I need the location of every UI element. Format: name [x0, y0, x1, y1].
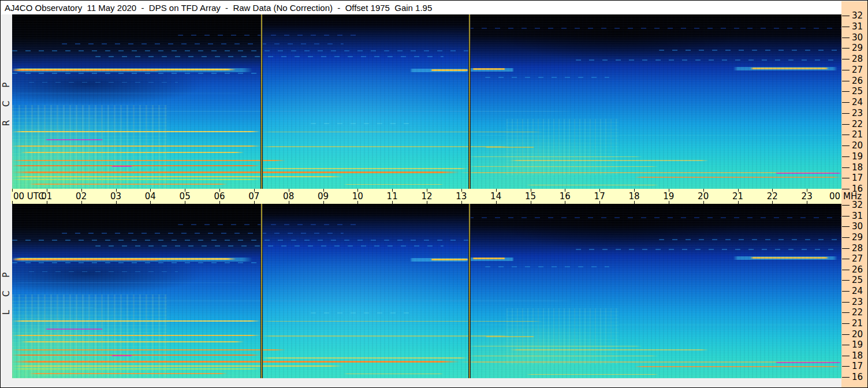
- freq-label: 26: [852, 76, 863, 86]
- rfi-streak: [12, 187, 841, 188]
- freq-label: 17: [852, 173, 863, 183]
- freq-label: 27: [852, 65, 863, 75]
- rfi-streak: [12, 300, 576, 301]
- rfi-streak: [12, 118, 95, 119]
- hour-label: 14: [490, 191, 501, 202]
- lcp-block-2: [262, 204, 470, 378]
- freq-label: 19: [852, 339, 863, 350]
- freq-tick: [842, 237, 850, 238]
- rfi-streak: [12, 376, 841, 378]
- rfi-streak: [45, 329, 103, 330]
- rfi-streak: [12, 165, 261, 166]
- rfi-streak: [12, 361, 460, 363]
- freq-label: 29: [852, 43, 863, 53]
- freq-tick: [842, 280, 850, 281]
- freq-label: 16: [852, 372, 863, 382]
- freq-tick: [842, 102, 850, 103]
- rfi-streak: [111, 355, 132, 356]
- freq-tick: [842, 334, 850, 335]
- rfi-streak: [485, 266, 609, 267]
- freq-tick: [842, 146, 850, 146]
- freq-label: 28: [852, 54, 863, 64]
- freq-label: 27: [852, 253, 863, 264]
- rfi-streak: [344, 374, 443, 375]
- freq-tick: [842, 113, 850, 114]
- rfi-streak: [261, 357, 468, 359]
- rfi-streak: [468, 356, 659, 357]
- freq-label: 18: [852, 162, 863, 173]
- rfi-streak: [12, 307, 95, 308]
- freq-label: 24: [852, 286, 863, 296]
- rfi-streak: [12, 176, 344, 177]
- freq-label: 21: [852, 318, 863, 329]
- frequency-scale-rcp: 3231302928272625242322212019181716: [841, 16, 867, 189]
- rfi-streak: [12, 259, 161, 260]
- block-boundary-line: [468, 204, 471, 378]
- rfi-streak: [485, 336, 535, 337]
- rfi-streak: [12, 50, 468, 51]
- hour-label: 03: [110, 191, 121, 202]
- freq-tick: [842, 124, 850, 125]
- rfi-streak: [526, 185, 659, 186]
- hour-label: 21: [732, 191, 743, 202]
- freq-tick: [842, 48, 850, 48]
- hour-label: 08: [283, 191, 294, 202]
- freq-tick: [842, 323, 850, 324]
- block-boundary-line: [468, 14, 471, 189]
- rfi-streak: [659, 50, 841, 51]
- freq-label: 22: [852, 119, 863, 129]
- lcp-axis-label: L C P: [1, 204, 12, 378]
- freq-tick: [842, 27, 850, 27]
- freq-label: 24: [852, 97, 863, 107]
- freq-tick: [842, 81, 850, 81]
- freq-tick: [842, 205, 850, 206]
- freq-label: 31: [852, 211, 863, 221]
- hour-label: 01: [41, 191, 52, 202]
- rfi-streak: [12, 131, 261, 132]
- page-title: AJ4CO Observatory 11 May 2020 - DPS on T…: [5, 1, 432, 14]
- freq-tick: [842, 259, 850, 259]
- rfi-streak: [576, 249, 841, 250]
- freq-tick: [842, 38, 850, 38]
- rfi-streak: [29, 184, 228, 185]
- rfi-streak: [510, 160, 709, 161]
- freq-label: 23: [852, 108, 863, 118]
- rfi-streak: [750, 257, 829, 259]
- freq-label: 22: [852, 307, 863, 318]
- rfi-streak: [468, 28, 841, 29]
- rfi-streak: [431, 259, 468, 260]
- freq-tick: [842, 291, 850, 292]
- rfi-streak: [261, 168, 468, 169]
- freq-tick: [842, 312, 850, 313]
- freq-label: 25: [852, 86, 863, 96]
- rfi-streak: [178, 35, 360, 36]
- freq-tick: [842, 216, 850, 217]
- title-bar: AJ4CO Observatory 11 May 2020 - DPS on T…: [1, 1, 841, 14]
- rfi-streak: [62, 43, 344, 44]
- freq-tick: [842, 356, 850, 356]
- freq-tick: [842, 16, 850, 16]
- rfi-streak: [775, 173, 841, 174]
- rfi-streak: [62, 233, 344, 234]
- hour-label: 06: [214, 191, 225, 202]
- rcp-axis-label: R C P: [1, 14, 12, 189]
- rfi-streak: [431, 69, 468, 71]
- hour-label: 16: [560, 191, 571, 202]
- freq-tick: [842, 167, 850, 168]
- rcp-block-3: [470, 14, 841, 189]
- rfi-streak: [12, 160, 286, 162]
- rfi-streak: [95, 56, 444, 57]
- hour-label: 18: [628, 191, 639, 202]
- frequency-scale-lcp: 3231302928272625242322212019181716: [841, 205, 867, 377]
- freq-label: 18: [852, 350, 863, 361]
- spectrogram-rcp: [12, 14, 841, 189]
- rfi-streak: [526, 374, 659, 375]
- hour-label: 09: [318, 191, 329, 202]
- rfi-streak: [510, 349, 709, 350]
- freq-label: 25: [852, 275, 863, 285]
- freq-label: 19: [852, 151, 863, 162]
- rfi-streak: [12, 171, 460, 173]
- rfi-streak: [12, 355, 261, 356]
- freq-tick: [842, 270, 850, 270]
- hour-label: 04: [145, 191, 156, 202]
